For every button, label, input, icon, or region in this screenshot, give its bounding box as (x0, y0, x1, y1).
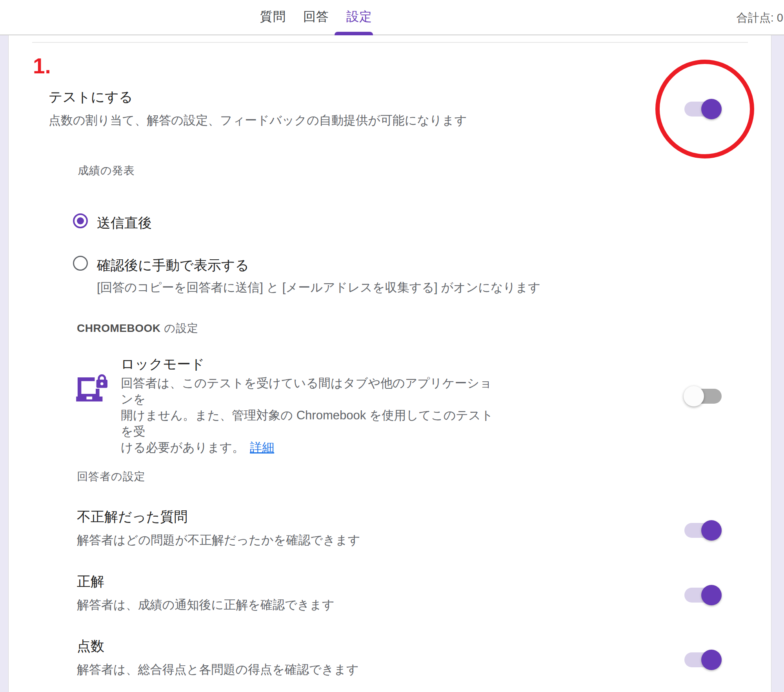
quiz-mode-toggle[interactable] (684, 99, 722, 119)
correct-answers-toggle[interactable] (684, 585, 722, 605)
grade-release-section-label: 成績の発表 (78, 163, 135, 178)
tab-questions[interactable]: 質問 (260, 8, 286, 25)
tab-settings[interactable]: 設定 (346, 8, 372, 25)
quiz-mode-title: テストにする (49, 88, 133, 106)
point-values-title: 点数 (77, 637, 104, 656)
radio-later-after-review[interactable] (73, 256, 88, 271)
toggle-knob (684, 386, 704, 406)
locked-mode-description-line1: 回答者は、このテストを受けている間はタブや他のアプリケーションを (121, 375, 499, 407)
radio-immediately-after-submission[interactable] (73, 213, 88, 228)
point-values-toggle[interactable] (684, 650, 722, 670)
quiz-mode-description: 点数の割り当て、解答の設定、フィードバックの自動提供が可能になります (49, 112, 467, 129)
missed-questions-description: 解答者はどの問題が不正解だったかを確認できます (77, 532, 360, 548)
toggle-knob (701, 585, 722, 605)
correct-answers-description: 解答者は、成績の通知後に正解を確認できます (77, 597, 335, 613)
locked-mode-description-line3: ける必要があります。 (121, 441, 244, 454)
correct-answers-title: 正解 (77, 572, 104, 591)
toggle-knob (701, 650, 722, 670)
radio-later-description: [回答のコピーを回答者に送信] と [メールアドレスを収集する] がオンになりま… (97, 279, 540, 296)
tab-responses[interactable]: 回答 (303, 8, 329, 25)
laptop-lock-icon (75, 373, 107, 407)
missed-questions-toggle[interactable] (684, 520, 722, 541)
active-tab-indicator (335, 32, 373, 35)
locked-mode-title: ロックモード (121, 355, 205, 373)
chromebook-section-label-bold: CHROMEBOOK (77, 322, 160, 334)
settings-content: 1. テストにする 点数の割り当て、解答の設定、フィードバックの自動提供が可能に… (0, 0, 784, 692)
radio-immediately-label[interactable]: 送信直後 (97, 214, 152, 232)
radio-later-label[interactable]: 確認後に手動で表示する (97, 256, 249, 275)
toggle-knob (701, 520, 722, 541)
respondent-section-label: 回答者の設定 (77, 469, 146, 484)
missed-questions-title: 不正解だった質問 (77, 508, 187, 526)
locked-mode-toggle[interactable] (684, 386, 722, 406)
google-forms-quiz-settings-page: 質問 回答 設定 合計点: 0 1. テストにする 点数の割り当て、解答の設定、… (0, 0, 784, 692)
chromebook-section-label-rest: の設定 (160, 322, 198, 334)
annotation-step-number: 1. (33, 53, 51, 78)
locked-mode-learn-more-link[interactable]: 詳細 (250, 441, 274, 454)
form-header: 質問 回答 設定 合計点: 0 (0, 0, 784, 35)
locked-mode-description-line2: 開けません。また、管理対象の Chromebook を使用してこのテストを受 (121, 407, 499, 439)
point-values-description: 解答者は、総合得点と各問題の得点を確認できます (77, 661, 359, 678)
locked-mode-description: 回答者は、このテストを受けている間はタブや他のアプリケーションを 開けません。ま… (121, 375, 499, 455)
chromebook-section-label: CHROMEBOOK の設定 (77, 321, 198, 336)
total-points-label: 合計点: 0 (737, 10, 783, 26)
toggle-knob (701, 99, 722, 119)
form-tabs: 質問 回答 設定 (260, 8, 372, 25)
